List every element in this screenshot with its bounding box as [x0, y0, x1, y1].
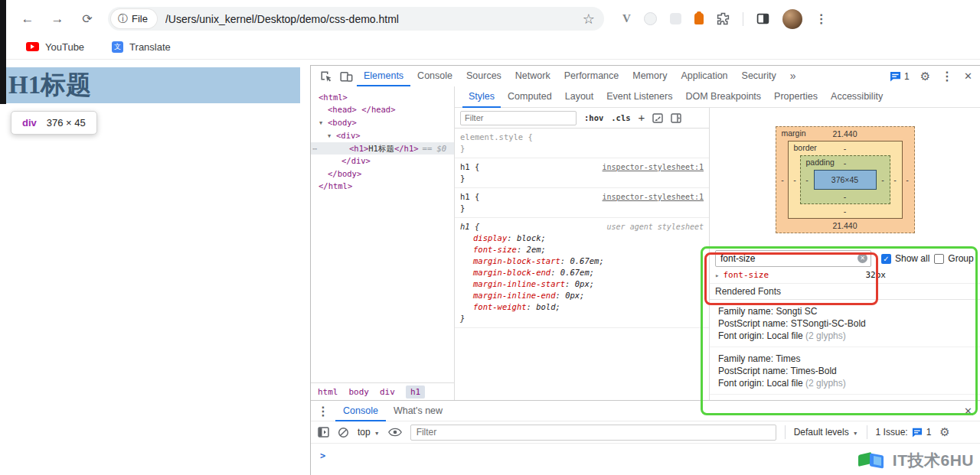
stylesheet-link[interactable]: inspector-stylesheet:1 — [603, 161, 704, 173]
address-bar[interactable]: File /Users/unix_kernel/Desktop/demo/css… — [108, 7, 604, 31]
dom-node-div-open[interactable]: <div> — [311, 129, 454, 142]
dom-node-html-close[interactable]: </html> — [311, 180, 454, 192]
eye-icon[interactable] — [388, 428, 402, 437]
padding-left-value[interactable]: - — [802, 175, 812, 184]
css-declaration[interactable]: margin-inline-end: 0px; — [460, 290, 704, 301]
tab-layout[interactable]: Layout — [559, 86, 600, 108]
context-selector[interactable]: top — [358, 427, 380, 438]
devtools-menu-icon[interactable] — [941, 69, 953, 83]
console-filter-input[interactable] — [410, 425, 776, 441]
node-options-icon[interactable]: ⋯ — [312, 142, 318, 155]
css-declaration[interactable]: margin-inline-start: 0px; — [460, 278, 704, 290]
clear-console-icon[interactable] — [338, 427, 349, 438]
new-style-rule-icon[interactable]: + — [639, 111, 645, 124]
group-label[interactable]: Group — [948, 253, 973, 264]
log-levels-selector[interactable]: Default levels — [794, 427, 858, 438]
border-left-value[interactable]: - — [790, 175, 800, 184]
rule-element-style[interactable]: element.style { } — [455, 129, 709, 158]
tab-elements[interactable]: Elements — [357, 66, 410, 86]
padding-top-value[interactable]: - — [844, 158, 847, 168]
breadcrumb-html[interactable]: html — [318, 387, 338, 397]
tab-properties[interactable]: Properties — [768, 86, 824, 108]
twisty-icon[interactable] — [319, 117, 328, 129]
breadcrumb-body[interactable]: body — [349, 387, 370, 397]
box-model-diagram[interactable]: margin21.440 - border- - padding- — [776, 126, 915, 233]
url-text[interactable]: /Users/unix_kernel/Desktop/demo/css-demo… — [165, 13, 583, 25]
back-icon[interactable] — [18, 10, 37, 28]
dom-node-body-close[interactable]: </body> — [311, 168, 454, 180]
rule-h1-inspector-1[interactable]: h1 { inspector-stylesheet:1 } — [455, 158, 709, 188]
feedback-button[interactable]: 1 — [890, 71, 910, 82]
toggle-class-button[interactable]: .cls — [611, 113, 630, 122]
dom-node-html-open[interactable]: <html> — [311, 91, 454, 103]
drawer-menu-icon[interactable] — [317, 404, 329, 418]
twisty-icon[interactable] — [328, 130, 336, 142]
side-panel-icon[interactable] — [756, 12, 769, 25]
css-declaration[interactable]: margin-block-start: 0.67em; — [460, 255, 704, 267]
tab-performance[interactable]: Performance — [557, 66, 626, 86]
computed-property-row[interactable]: font-size 32px — [710, 267, 980, 284]
padding-right-value[interactable]: - — [878, 175, 888, 184]
console-sidebar-icon[interactable] — [318, 427, 329, 438]
device-toolbar-icon[interactable] — [337, 70, 355, 83]
drawer-tab-whats-new[interactable]: What's new — [386, 401, 450, 421]
stylesheet-link[interactable]: inspector-stylesheet:1 — [603, 191, 704, 203]
dom-node-div-close[interactable]: </div> — [311, 155, 454, 167]
disclosure-triangle-icon[interactable] — [715, 270, 723, 280]
more-tabs-icon[interactable] — [783, 66, 803, 86]
margin-right-value[interactable]: - — [903, 175, 913, 184]
bookmark-youtube[interactable]: YouTube — [26, 41, 84, 53]
tab-sources[interactable]: Sources — [459, 66, 508, 86]
css-declaration[interactable]: margin-block-end: 0.67em; — [460, 267, 704, 278]
border-right-value[interactable]: - — [890, 175, 900, 184]
profile-avatar[interactable] — [782, 9, 802, 29]
styles-filter-input[interactable] — [460, 111, 577, 125]
margin-left-value[interactable]: - — [778, 175, 788, 184]
info-icon[interactable] — [118, 11, 128, 26]
computed-filter-input[interactable] — [715, 250, 871, 267]
tab-security[interactable]: Security — [735, 66, 783, 86]
tab-memory[interactable]: Memory — [626, 66, 674, 86]
border-top-value[interactable]: - — [844, 144, 847, 153]
rule-h1-user-agent[interactable]: h1 { user agent stylesheet display: bloc… — [455, 218, 709, 328]
toggle-pseudo-button[interactable]: :hov — [584, 113, 603, 122]
rule-h1-inspector-2[interactable]: h1 { inspector-stylesheet:1 } — [455, 188, 709, 218]
drawer-close-icon[interactable] — [964, 405, 972, 417]
drawer-tab-console[interactable]: Console — [335, 401, 386, 421]
border-bottom-value[interactable]: - — [844, 207, 847, 216]
padding-bottom-value[interactable]: - — [844, 192, 847, 201]
breadcrumb-h1[interactable]: h1 — [406, 386, 425, 399]
show-computed-sidebar-icon[interactable] — [671, 113, 681, 123]
tab-accessibility[interactable]: Accessibility — [825, 86, 889, 108]
extension-orange-icon[interactable] — [694, 13, 704, 24]
inspect-element-icon[interactable] — [317, 70, 335, 83]
content-size-value[interactable]: 376×45 — [814, 170, 877, 190]
reload-icon[interactable] — [78, 10, 96, 28]
dom-node-head[interactable]: <head> </head> — [311, 103, 454, 115]
url-scheme-chip[interactable]: File — [111, 9, 157, 28]
dom-node-h1-selected[interactable]: ⋯<h1>H1标题</h1>== $0 — [311, 142, 454, 155]
breadcrumb-div[interactable]: div — [380, 387, 395, 397]
extension-square-icon[interactable] — [670, 13, 681, 24]
extensions-puzzle-icon[interactable] — [717, 12, 730, 25]
dom-node-body-open[interactable]: <body> — [311, 116, 454, 129]
bookmark-star-icon[interactable] — [583, 11, 595, 28]
tab-computed[interactable]: Computed — [501, 86, 558, 108]
clear-filter-icon[interactable] — [858, 253, 867, 263]
margin-top-value[interactable]: 21.440 — [832, 129, 857, 138]
group-checkbox[interactable] — [934, 254, 944, 264]
extension-v-icon[interactable]: V — [622, 12, 631, 25]
devtools-settings-gear-icon[interactable] — [920, 70, 930, 83]
forward-icon[interactable] — [48, 10, 67, 28]
tab-console[interactable]: Console — [410, 66, 459, 86]
tab-network[interactable]: Network — [508, 66, 557, 86]
css-declaration[interactable]: display: block; — [460, 233, 704, 244]
bookmark-translate[interactable]: Translate — [112, 41, 171, 53]
show-all-checkbox[interactable] — [881, 254, 891, 264]
tab-dom-breakpoints[interactable]: DOM Breakpoints — [679, 86, 767, 108]
console-settings-gear-icon[interactable] — [939, 425, 949, 439]
issues-counter[interactable]: 1 Issue: 1 — [876, 427, 932, 438]
paintbrush-icon[interactable] — [652, 113, 663, 123]
extension-circle-icon[interactable] — [644, 12, 657, 25]
margin-bottom-value[interactable]: 21.440 — [832, 221, 857, 230]
